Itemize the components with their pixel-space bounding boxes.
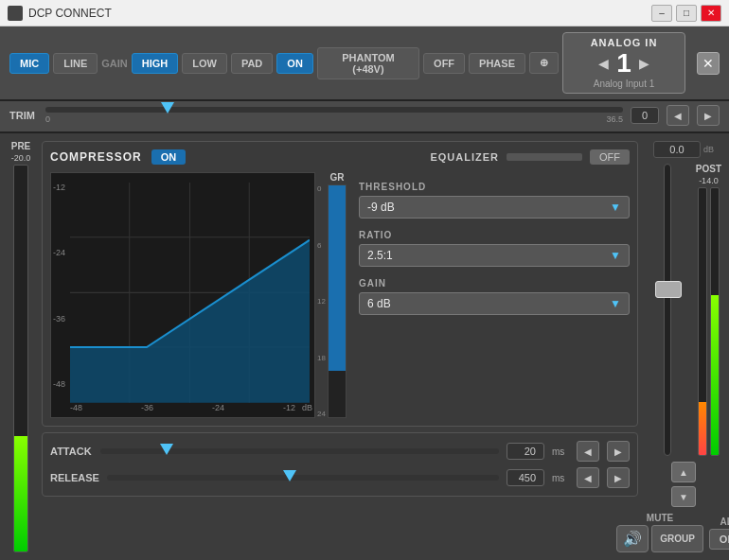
speaker-icon: 🔊: [623, 530, 642, 548]
trim-value: 0: [631, 107, 659, 124]
phase-button[interactable]: PHASE: [469, 53, 525, 74]
equalizer-header: EQUALIZER OFF: [430, 149, 630, 165]
gain-value: 6 dB: [367, 297, 391, 310]
release-unit: ms: [552, 473, 569, 483]
graph-y-labels: -12 -24 -36 -48: [53, 183, 65, 389]
compressor-graph: -12 -24 -36 -48: [50, 172, 315, 418]
release-thumb[interactable]: [283, 470, 296, 481]
compressor-body: -12 -24 -36 -48: [50, 172, 630, 418]
analog-close-button[interactable]: ✕: [697, 52, 720, 75]
phantom-button[interactable]: PHANTOM (+48V): [317, 47, 419, 79]
trim-max-label: 36.5: [606, 114, 623, 124]
trim-label: TRIM: [9, 110, 38, 121]
attack-track[interactable]: [100, 448, 499, 454]
gr-label: GR: [330, 172, 345, 183]
post-label: POST: [696, 164, 721, 174]
trim-next-button[interactable]: ▶: [697, 105, 720, 126]
gain-group: GAIN 6 dB ▼: [359, 278, 630, 315]
line-button[interactable]: LINE: [53, 53, 98, 74]
post-meter-section: POST -14.0: [696, 164, 721, 456]
ratio-dropdown[interactable]: 2.5:1 ▼: [359, 244, 630, 267]
equalizer-off-button[interactable]: OFF: [590, 149, 630, 165]
title-bar: DCP CONNECT – □ ✕: [0, 0, 729, 26]
fader-down-button[interactable]: ▼: [671, 486, 696, 507]
fader-up-button[interactable]: ▲: [671, 462, 696, 482]
compressor-controls: THRESHOLD -9 dB ▼ RATIO 2.5:1 ▼: [359, 172, 630, 418]
title-bar-left: DCP CONNECT: [8, 6, 112, 21]
mute-alc-row: MUTE 🔊 GROUP ALC OFF: [616, 513, 729, 552]
trim-range-labels: 0 36.5: [45, 114, 623, 124]
threshold-dropdown[interactable]: -9 dB ▼: [359, 196, 630, 219]
gr-bar-container: [328, 184, 347, 418]
threshold-value: -9 dB: [367, 201, 395, 214]
mic-button[interactable]: MIC: [9, 53, 49, 74]
mute-section: MUTE 🔊 GROUP: [616, 513, 703, 552]
phase-icon-button[interactable]: ⊕: [529, 52, 559, 74]
post-meter-bars: [698, 187, 720, 456]
compressor-header: COMPRESSOR ON EQUALIZER OFF: [50, 149, 630, 165]
equalizer-label: EQUALIZER: [430, 151, 499, 163]
ratio-label: RATIO: [359, 230, 630, 240]
center-panel: COMPRESSOR ON EQUALIZER OFF -12 -24: [42, 141, 638, 552]
close-button[interactable]: ✕: [701, 5, 721, 22]
compressor-section: COMPRESSOR ON EQUALIZER OFF -12 -24: [42, 141, 638, 427]
ratio-value: 2.5:1: [367, 249, 393, 262]
compressor-title: COMPRESSOR: [50, 150, 142, 164]
analog-prev-button[interactable]: ◀: [598, 56, 609, 71]
release-label: RELEASE: [50, 472, 99, 483]
fader-container: [646, 164, 690, 456]
pre-meter-bar-container: [13, 165, 28, 552]
fader-db-label: dB: [703, 145, 714, 154]
equalizer-bar: [507, 153, 582, 161]
threshold-label: THRESHOLD: [359, 182, 630, 192]
input-selector: MIC LINE GAIN HIGH LOW PAD ON PHANTOM (+…: [0, 26, 729, 101]
release-track[interactable]: [107, 475, 499, 481]
fader-db-display: 0.0: [653, 141, 701, 158]
right-panel: 0.0 dB POST -14.0: [646, 141, 721, 552]
title-bar-controls: – □ ✕: [651, 5, 721, 22]
group-button[interactable]: GROUP: [651, 525, 703, 552]
gain-label-ctrl: GAIN: [359, 278, 630, 289]
attack-label: ATTACK: [50, 446, 93, 457]
app-logo: [8, 6, 23, 21]
high-button[interactable]: HIGH: [132, 53, 179, 74]
fader-track-wrapper: [646, 164, 690, 456]
attack-release-section: ATTACK 20 ms ◀ ▶ RELEASE: [42, 432, 638, 497]
analog-in-nav: ◀ 1 ▶: [598, 48, 649, 79]
analog-in-label: Analog Input 1: [594, 79, 655, 89]
threshold-arrow: ▼: [610, 201, 621, 214]
attack-thumb[interactable]: [160, 444, 173, 455]
mute-button[interactable]: 🔊: [616, 525, 649, 552]
fader-handle[interactable]: [655, 281, 682, 298]
attack-next-button[interactable]: ▶: [607, 441, 630, 462]
analog-next-button[interactable]: ▶: [639, 56, 649, 71]
minimize-button[interactable]: –: [651, 5, 672, 22]
pad-button[interactable]: PAD: [231, 53, 273, 74]
maximize-button[interactable]: □: [676, 5, 697, 22]
release-slider-container: [107, 475, 499, 481]
analog-in-title: ANALOG IN: [591, 37, 658, 48]
off-button[interactable]: OFF: [423, 53, 465, 74]
trim-slider-thumb[interactable]: [161, 102, 174, 114]
pre-label: PRE: [11, 141, 31, 151]
analog-in-box: ANALOG IN ◀ 1 ▶ Analog Input 1: [562, 32, 685, 94]
post-meter-bar-1: [698, 187, 707, 456]
compressor-graph-svg: [70, 183, 310, 403]
attack-prev-button[interactable]: ◀: [577, 441, 599, 462]
on-button[interactable]: ON: [276, 53, 313, 74]
fader-track[interactable]: [664, 164, 671, 456]
low-button[interactable]: LOW: [182, 53, 227, 74]
pre-value: -20.0: [11, 153, 31, 163]
trim-prev-button[interactable]: ◀: [667, 105, 689, 126]
trim-slider-track[interactable]: [45, 107, 623, 113]
attack-value: 20: [507, 443, 544, 460]
alc-off-button[interactable]: OFF: [709, 529, 729, 550]
fader-arrow-buttons: ▲ ▼: [671, 462, 696, 507]
gr-fill: [329, 185, 346, 371]
release-next-button[interactable]: ▶: [607, 467, 630, 488]
alc-section: ALC OFF: [709, 516, 729, 550]
gain-dropdown[interactable]: 6 dB ▼: [359, 292, 630, 315]
release-prev-button[interactable]: ◀: [577, 467, 599, 488]
compressor-on-button[interactable]: ON: [151, 149, 187, 165]
release-row: RELEASE 450 ms ◀ ▶: [50, 467, 630, 488]
